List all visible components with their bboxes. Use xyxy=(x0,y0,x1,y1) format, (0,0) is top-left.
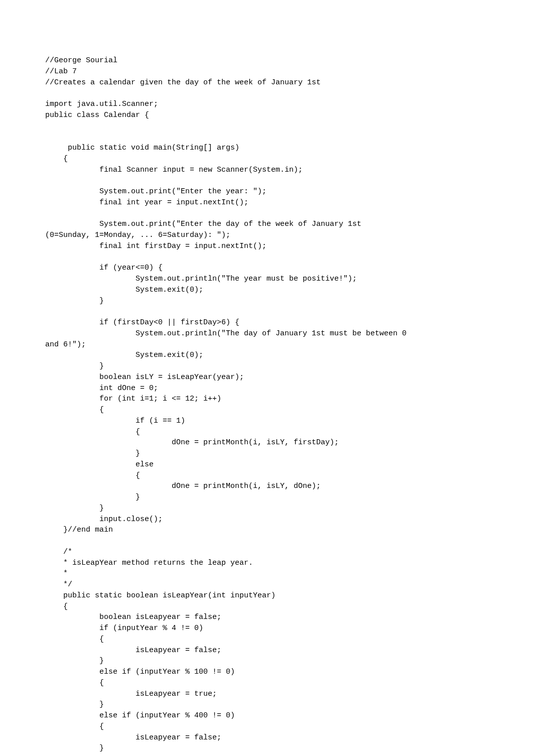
code-block: //George Sourial //Lab 7 //Creates a cal… xyxy=(45,56,411,752)
code-page: //George Sourial //Lab 7 //Creates a cal… xyxy=(0,0,533,756)
